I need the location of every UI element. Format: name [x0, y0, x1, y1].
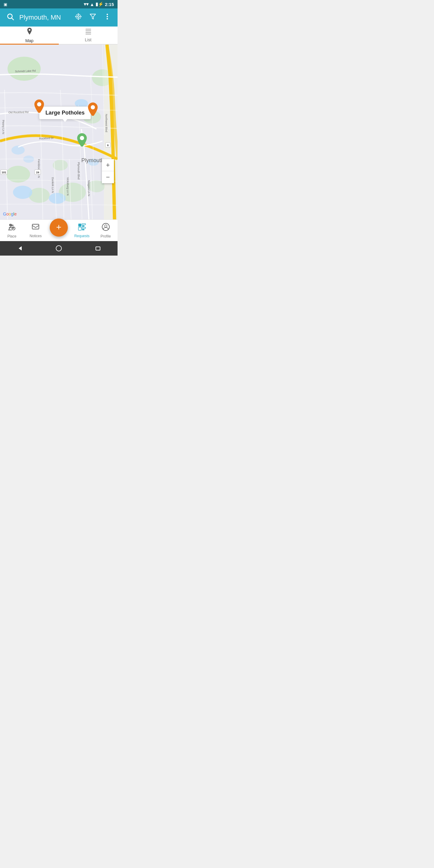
svg-point-58	[12, 225, 13, 226]
map-container[interactable]: Schmidt Lake Rd Old Rockford Rd Rockford…	[0, 44, 118, 219]
nav-profile-label: Profile	[101, 234, 111, 239]
place-icon	[7, 223, 16, 233]
svg-point-2	[78, 16, 79, 18]
svg-rect-59	[32, 224, 39, 229]
add-icon: +	[56, 223, 61, 232]
battery-icon: ▮⚡	[96, 1, 104, 7]
zoom-controls: + −	[102, 159, 114, 183]
nav-requests[interactable]: Requests	[72, 223, 92, 238]
zoom-out-button[interactable]: −	[102, 171, 114, 183]
svg-text:Old Rockford Rd: Old Rockford Rd	[8, 111, 29, 114]
svg-rect-60	[79, 224, 82, 227]
map-pin-icon	[26, 27, 33, 37]
svg-rect-62	[82, 225, 84, 227]
app-bar: Plymouth, MN	[0, 8, 118, 27]
svg-point-26	[75, 99, 88, 107]
recents-button[interactable]	[94, 244, 102, 253]
time-display: 2:15	[105, 2, 114, 7]
sim-icon: ▣	[4, 2, 7, 7]
filter-icon[interactable]	[87, 13, 98, 22]
nav-notices[interactable]: Notices	[26, 223, 45, 238]
svg-line-1	[12, 18, 13, 20]
svg-point-51	[37, 102, 41, 106]
requests-icon	[78, 223, 86, 233]
svg-text:Dunkirk Ln N: Dunkirk Ln N	[51, 177, 54, 193]
nav-place[interactable]: Place	[2, 223, 22, 239]
more-icon[interactable]	[102, 13, 113, 22]
svg-point-10	[107, 16, 108, 18]
android-nav-bar	[0, 241, 118, 255]
status-left: ▣	[4, 2, 7, 7]
wifi-icon: ▾▾	[84, 1, 89, 7]
nav-requests-label: Requests	[74, 234, 90, 238]
svg-text:6: 6	[107, 144, 108, 147]
map-pin-2[interactable]	[87, 102, 98, 117]
svg-rect-70	[96, 247, 100, 250]
tab-list-label: List	[85, 37, 92, 42]
profile-icon	[101, 223, 110, 233]
svg-point-53	[80, 136, 84, 140]
svg-text:Fembrook Ln N: Fembrook Ln N	[37, 159, 40, 178]
home-button[interactable]	[55, 244, 63, 253]
svg-point-18	[7, 57, 41, 81]
search-icon[interactable]	[5, 13, 16, 22]
city-title: Plymouth, MN	[19, 13, 69, 22]
svg-text:Niagara Ln N: Niagara Ln N	[87, 180, 90, 196]
tab-map[interactable]: Map	[0, 27, 59, 44]
svg-text:Plymouth: Plymouth	[82, 157, 104, 163]
svg-text:Plymouth Blvd: Plymouth Blvd	[77, 162, 80, 180]
svg-text:24: 24	[36, 171, 39, 174]
svg-point-22	[29, 188, 50, 203]
google-logo: Google	[3, 212, 17, 216]
svg-text:Vicksburg Ln N: Vicksburg Ln N	[66, 177, 69, 195]
status-bar: ▣ ▾▾ ▲ ▮⚡ 2:15	[0, 0, 118, 8]
svg-rect-65	[82, 229, 84, 230]
map-pin-1[interactable]	[34, 99, 44, 114]
svg-point-25	[53, 160, 68, 170]
svg-point-69	[56, 246, 61, 251]
map-pin-3[interactable]	[76, 133, 87, 148]
nav-place-label: Place	[7, 234, 16, 239]
svg-marker-68	[19, 246, 22, 250]
tab-bar: Map List	[0, 27, 118, 44]
svg-point-67	[104, 225, 107, 227]
list-icon	[85, 28, 92, 36]
nav-notices-label: Notices	[30, 234, 41, 238]
svg-point-12	[29, 29, 30, 31]
svg-rect-64	[82, 227, 86, 228]
zoom-in-button[interactable]: +	[102, 159, 114, 171]
svg-point-27	[13, 186, 32, 199]
svg-marker-8	[90, 14, 96, 19]
back-button[interactable]	[16, 244, 24, 253]
nav-profile[interactable]: Profile	[96, 223, 116, 239]
tab-list[interactable]: List	[59, 27, 118, 44]
svg-rect-63	[79, 227, 82, 230]
tab-map-label: Map	[25, 38, 33, 43]
location-icon[interactable]	[73, 13, 84, 22]
bottom-nav: Place Notices + Requests	[0, 219, 118, 241]
nav-add-button[interactable]: +	[50, 218, 68, 237]
svg-point-52	[91, 105, 95, 110]
svg-text:101: 101	[1, 171, 6, 174]
status-right: ▾▾ ▲ ▮⚡ 2:15	[84, 1, 114, 7]
svg-text:Northwest Blvd: Northwest Blvd	[105, 114, 108, 132]
signal-icon: ▲	[90, 2, 94, 7]
svg-rect-61	[82, 224, 86, 225]
svg-text:Peony Ln N: Peony Ln N	[2, 120, 5, 134]
svg-point-11	[107, 18, 108, 20]
svg-point-9	[107, 13, 108, 15]
notices-icon	[31, 223, 40, 233]
